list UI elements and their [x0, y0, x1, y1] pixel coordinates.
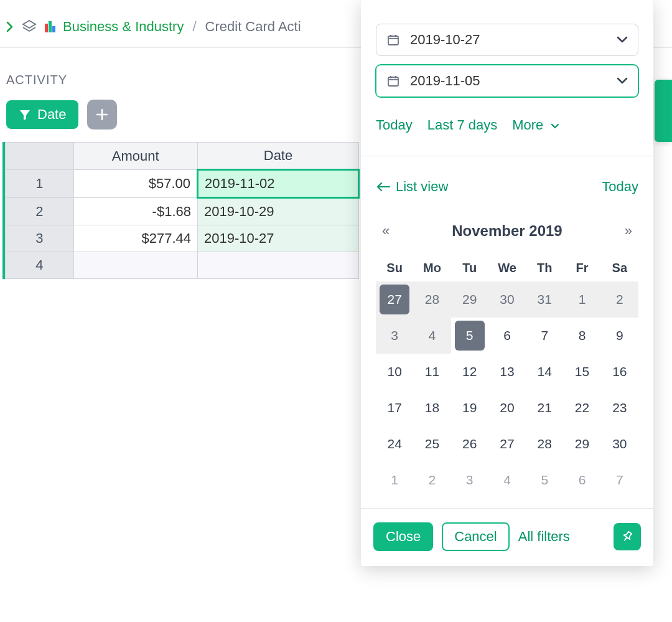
prev-month-button[interactable]: « — [382, 223, 390, 239]
date-range-popup: 2019-10-27 2019-11-05 Today Last 7 days … — [361, 0, 653, 566]
layers-icon[interactable] — [21, 19, 37, 35]
bar-chart-icon — [45, 21, 55, 32]
svg-rect-0 — [388, 36, 398, 45]
calendar-day[interactable]: 29 — [451, 281, 488, 318]
quick-last7[interactable]: Last 7 days — [427, 117, 498, 133]
calendar-day[interactable]: 28 — [526, 426, 563, 462]
chevron-down-icon — [551, 120, 559, 132]
table-row[interactable]: 3$277.442019-10-27 — [6, 225, 359, 252]
calendar-day[interactable]: 22 — [563, 390, 600, 426]
quick-more[interactable]: More — [512, 117, 559, 133]
quick-today[interactable]: Today — [376, 117, 413, 133]
date-to-input[interactable]: 2019-11-05 — [376, 65, 638, 97]
cell-date[interactable] — [198, 252, 359, 279]
table-row[interactable]: 4 — [6, 252, 359, 279]
calendar-day[interactable]: 26 — [451, 426, 488, 462]
calendar-day[interactable]: 18 — [413, 390, 450, 426]
pin-button[interactable] — [614, 523, 641, 550]
list-view-link[interactable]: List view — [376, 179, 448, 195]
pin-icon — [621, 530, 633, 543]
weekday-header: Mo — [413, 255, 450, 281]
close-button[interactable]: Close — [373, 522, 433, 551]
calendar-day[interactable]: 12 — [451, 354, 488, 390]
calendar-day[interactable]: 10 — [376, 354, 413, 390]
calendar-day[interactable]: 1 — [563, 281, 600, 318]
calendar-day[interactable]: 4 — [488, 462, 526, 498]
calendar-header: « November 2019 » — [376, 211, 638, 246]
calendar-day[interactable]: 25 — [413, 426, 450, 462]
calendar-day[interactable]: 14 — [526, 354, 563, 390]
calendar-day[interactable]: 5 — [451, 318, 488, 354]
add-filter-button[interactable] — [87, 100, 117, 130]
cell-amount[interactable]: $57.00 — [73, 170, 197, 198]
weekday-header: Su — [376, 255, 413, 281]
calendar-day[interactable]: 1 — [376, 462, 413, 498]
calendar-day[interactable]: 9 — [601, 318, 638, 354]
divider — [361, 156, 653, 156]
cancel-button[interactable]: Cancel — [442, 522, 509, 551]
weekday-header: We — [488, 255, 526, 281]
calendar-day[interactable]: 5 — [526, 462, 563, 498]
calendar-day[interactable]: 31 — [526, 281, 563, 318]
calendar-day[interactable]: 23 — [601, 390, 638, 426]
calendar-day[interactable]: 13 — [488, 354, 526, 390]
cell-amount[interactable]: $277.44 — [73, 225, 197, 252]
data-table: Amount Date 1$57.002019-11-022-$1.682019… — [5, 142, 360, 279]
calendar-day[interactable]: 7 — [526, 318, 563, 354]
row-number: 1 — [6, 170, 74, 198]
calendar-day[interactable]: 2 — [601, 281, 638, 318]
calendar-day[interactable]: 16 — [601, 354, 638, 390]
calendar-day[interactable]: 30 — [488, 281, 526, 318]
next-month-button[interactable]: » — [625, 223, 632, 239]
date-filter-button[interactable]: Date — [6, 100, 78, 129]
cell-date[interactable]: 2019-10-27 — [198, 225, 359, 252]
calendar-day[interactable]: 6 — [563, 462, 600, 498]
calendar-day[interactable]: 27 — [488, 426, 526, 462]
cell-date[interactable]: 2019-10-29 — [198, 198, 359, 225]
breadcrumb-category-link[interactable]: Business & Industry — [63, 19, 184, 35]
arrow-left-icon — [376, 182, 391, 191]
date-from-input[interactable]: 2019-10-27 — [376, 24, 638, 56]
table-row[interactable]: 1$57.002019-11-02 — [6, 170, 359, 198]
popup-footer: Close Cancel All filters — [361, 508, 653, 560]
column-header-amount[interactable]: Amount — [73, 143, 197, 170]
calendar-day[interactable]: 11 — [413, 354, 450, 390]
date-filter-label: Date — [37, 106, 66, 123]
calendar-day[interactable]: 24 — [376, 426, 413, 462]
chevron-right-icon[interactable] — [6, 21, 14, 32]
calendar: SuMoTuWeThFrSa 2728293031123456789101112… — [376, 255, 638, 498]
svg-rect-1 — [388, 77, 398, 86]
calendar-day[interactable]: 30 — [601, 426, 638, 462]
calendar-day[interactable]: 21 — [526, 390, 563, 426]
all-filters-link[interactable]: All filters — [518, 529, 570, 545]
date-from-value: 2019-10-27 — [410, 32, 480, 48]
today-link[interactable]: Today — [602, 179, 638, 195]
expand-handle[interactable] — [655, 80, 672, 142]
calendar-day[interactable]: 27 — [376, 281, 413, 318]
cell-amount[interactable] — [73, 252, 197, 279]
calendar-day[interactable]: 28 — [413, 281, 450, 318]
calendar-day[interactable]: 2 — [413, 462, 450, 498]
calendar-day[interactable]: 20 — [488, 390, 526, 426]
calendar-day[interactable]: 19 — [451, 390, 488, 426]
month-label: November 2019 — [452, 222, 562, 240]
cell-date[interactable]: 2019-11-02 — [198, 170, 359, 198]
calendar-day[interactable]: 17 — [376, 390, 413, 426]
breadcrumb-separator: / — [192, 19, 196, 35]
calendar-day[interactable]: 29 — [563, 426, 600, 462]
cell-amount[interactable]: -$1.68 — [73, 198, 197, 225]
calendar-day[interactable]: 15 — [563, 354, 600, 390]
calendar-day[interactable]: 6 — [488, 318, 526, 354]
funnel-icon — [19, 108, 31, 121]
column-header-date[interactable]: Date — [198, 143, 359, 170]
calendar-day[interactable]: 4 — [413, 318, 450, 354]
calendar-day[interactable]: 3 — [451, 462, 488, 498]
table-row[interactable]: 2-$1.682019-10-29 — [6, 198, 359, 225]
calendar-day[interactable]: 7 — [601, 462, 638, 498]
date-to-value: 2019-11-05 — [410, 73, 480, 89]
chevron-down-icon — [617, 36, 628, 44]
calendar-day[interactable]: 8 — [563, 318, 600, 354]
calendar-day[interactable]: 3 — [376, 318, 413, 354]
weekday-header: Tu — [451, 255, 488, 281]
calendar-icon — [386, 33, 400, 47]
